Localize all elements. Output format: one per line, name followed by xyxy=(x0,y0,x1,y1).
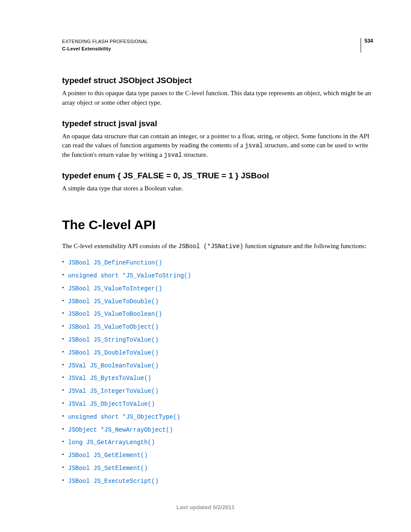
text: The C-level extensibility API consists o… xyxy=(62,243,178,249)
doc-title: EXTENDING FLASH PROFESSIONAL xyxy=(62,38,148,45)
doc-subtitle: C-Level Extensibility xyxy=(62,45,148,53)
list-item: JSObject *JS_NewArrayObject() xyxy=(62,426,373,434)
function-link[interactable]: JSVal JS_IntegerToValue() xyxy=(68,388,159,395)
body-jsval: An opaque data structure that can contai… xyxy=(62,132,373,160)
function-link[interactable]: JSBool JS_DoubleToValue() xyxy=(68,349,159,356)
header-left: EXTENDING FLASH PROFESSIONAL C-Level Ext… xyxy=(62,38,148,52)
function-link[interactable]: unsigned short *JS_ValueToString() xyxy=(68,272,191,279)
code-jsval-2: jsval xyxy=(164,152,182,159)
heading-jsbool: typedef enum { JS_FALSE = 0, JS_TRUE = 1… xyxy=(62,171,373,180)
body-jsbool: A simple data type that stores a Boolean… xyxy=(62,184,373,193)
code-jsnative: JSBool (*JSNative) xyxy=(178,243,243,250)
main-heading: The C-level API xyxy=(62,218,373,232)
function-link[interactable]: JSBool JS_SetElement() xyxy=(68,465,148,472)
function-link[interactable]: JSVal JS_BooleanToValue() xyxy=(68,362,159,369)
page-container: EXTENDING FLASH PROFESSIONAL C-Level Ext… xyxy=(0,0,411,485)
list-item: JSBool JS_ExecuteScript() xyxy=(62,477,373,485)
list-item: JSBool JS_DoubleToValue() xyxy=(62,348,373,357)
function-link[interactable]: JSBool JS_StringToValue() xyxy=(68,336,159,343)
list-item: JSBool JS_ValueToInteger() xyxy=(62,284,373,292)
intro-paragraph: The C-level extensibility API consists o… xyxy=(62,242,373,251)
function-link[interactable]: unsigned short *JS_ObjectType() xyxy=(68,414,180,420)
function-link[interactable]: JSObject *JS_NewArrayObject() xyxy=(68,426,173,433)
list-item: unsigned short *JS_ObjectType() xyxy=(62,413,373,421)
list-item: JSVal JS_IntegerToValue() xyxy=(62,387,373,395)
text: structure. xyxy=(182,151,208,158)
body-jsobject: A pointer to this opaque data type passe… xyxy=(62,89,373,108)
footer-updated: Last updated 5/2/2011 xyxy=(0,504,411,510)
page-number: 534 xyxy=(361,38,373,53)
text: function signature and the following fun… xyxy=(243,243,367,249)
list-item: JSVal JS_BooleanToValue() xyxy=(62,361,373,370)
list-item: long JS_GetArrayLength() xyxy=(62,438,373,446)
list-item: JSBool JS_ValueToObject() xyxy=(62,323,373,331)
list-item: JSBool JS_DefineFunction() xyxy=(62,258,373,267)
function-list: JSBool JS_DefineFunction() unsigned shor… xyxy=(62,258,373,485)
list-item: JSVal JS_BytesToValue() xyxy=(62,374,373,382)
page-header: EXTENDING FLASH PROFESSIONAL C-Level Ext… xyxy=(62,38,373,53)
list-item: JSBool JS_StringToValue() xyxy=(62,336,373,344)
function-link[interactable]: JSBool JS_ExecuteScript() xyxy=(68,478,159,485)
function-link[interactable]: JSBool JS_ValueToBoolean() xyxy=(68,311,162,317)
function-link[interactable]: JSBool JS_ValueToDouble() xyxy=(68,298,159,305)
heading-jsobject: typedef struct JSObject JSObject xyxy=(62,76,373,85)
function-link[interactable]: long JS_GetArrayLength() xyxy=(68,439,155,446)
function-link[interactable]: JSVal JS_ObjectToValue() xyxy=(68,401,155,408)
function-link[interactable]: JSBool JS_DefineFunction() xyxy=(68,259,162,266)
function-link[interactable]: JSBool JS_GetElement() xyxy=(68,452,148,459)
list-item: unsigned short *JS_ValueToString() xyxy=(62,271,373,280)
code-jsval-1: jsval xyxy=(245,142,263,149)
list-item: JSBool JS_ValueToBoolean() xyxy=(62,310,373,318)
function-link[interactable]: JSVal JS_BytesToValue() xyxy=(68,375,151,382)
list-item: JSVal JS_ObjectToValue() xyxy=(62,400,373,408)
function-link[interactable]: JSBool JS_ValueToObject() xyxy=(68,324,159,330)
heading-jsval: typedef struct jsval jsval xyxy=(62,119,373,128)
list-item: JSBool JS_GetElement() xyxy=(62,451,373,459)
function-link[interactable]: JSBool JS_ValueToInteger() xyxy=(68,285,162,292)
list-item: JSBool JS_SetElement() xyxy=(62,464,373,472)
list-item: JSBool JS_ValueToDouble() xyxy=(62,297,373,305)
